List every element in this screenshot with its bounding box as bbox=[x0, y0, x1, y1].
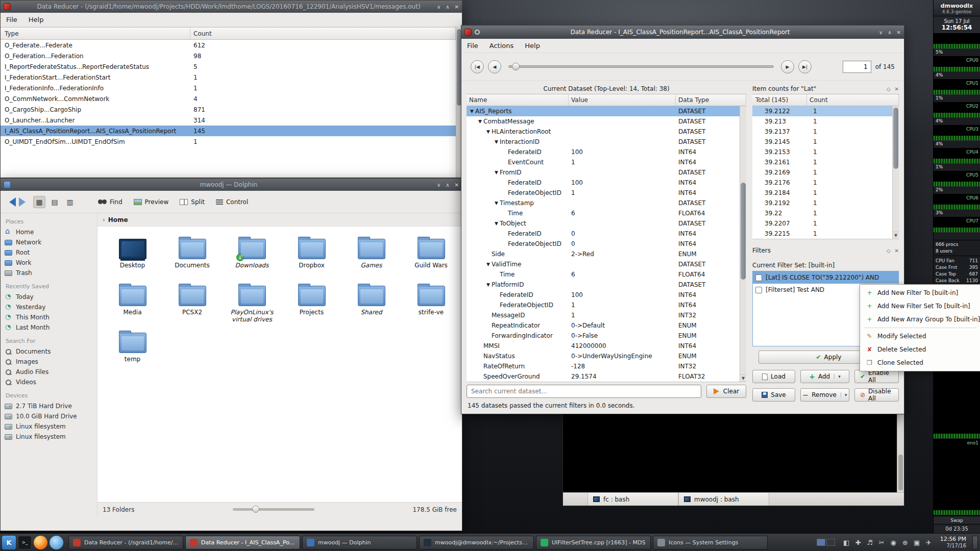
folder-item[interactable]: ↓ Shared bbox=[341, 281, 401, 328]
expand-arrow-icon[interactable]: ▼ bbox=[477, 119, 483, 124]
sidebar-item[interactable]: Linux filesystem bbox=[5, 432, 94, 442]
tree-row[interactable]: ▼ FederateObjectID 0 INT64 bbox=[467, 239, 746, 249]
folder-item[interactable]: ↓ Downloads bbox=[222, 234, 282, 281]
table-row[interactable]: O_Launcher...Launcher 314 bbox=[1, 115, 456, 126]
titlebar[interactable]: Data Reducer - (/sgraid1/home/mwoodj/Pro… bbox=[1, 1, 462, 13]
sidebar-item[interactable]: Home bbox=[5, 227, 94, 237]
tree-row[interactable]: ▼ ToObject DATASET bbox=[467, 218, 746, 229]
sidebar-item[interactable]: Images bbox=[5, 357, 94, 367]
count-row[interactable]: 39.2153 1 bbox=[752, 147, 899, 157]
filter-checkbox[interactable] bbox=[755, 274, 762, 281]
sidebar-item[interactable]: Today bbox=[5, 292, 94, 302]
load-button[interactable]: Load bbox=[752, 370, 795, 383]
filter-checkbox[interactable] bbox=[755, 287, 762, 293]
record-number-input[interactable] bbox=[843, 61, 871, 73]
launcher-icon[interactable] bbox=[50, 536, 63, 549]
taskbar-task[interactable]: mwoodj@dmwoodlx:~/Projects/H... bbox=[419, 536, 534, 549]
context-menu-item[interactable]: ✘ Delete Selected bbox=[862, 343, 979, 356]
enable-all-button[interactable]: ✔Enable All bbox=[854, 370, 899, 383]
device-notifier-icon[interactable]: ◧ bbox=[842, 539, 851, 546]
tree-row[interactable]: ▼ SpeedOverGround 29.1574 FLOAT32 bbox=[467, 371, 746, 382]
launcher-icon[interactable]: >_ bbox=[18, 536, 32, 549]
sidebar-item[interactable]: Work bbox=[5, 258, 94, 268]
float-panel-icon[interactable]: ◇ bbox=[887, 86, 891, 92]
zoom-slider-knob[interactable] bbox=[252, 506, 259, 513]
sidebar-item[interactable]: Linux filesystem bbox=[5, 421, 94, 432]
folder-item[interactable]: ↓ strife-ve bbox=[401, 281, 461, 328]
folder-item[interactable]: ↓ Guild Wars bbox=[401, 234, 461, 281]
count-row[interactable]: 39.2169 1 bbox=[752, 167, 899, 178]
record-slider[interactable] bbox=[508, 65, 774, 68]
details-view-button[interactable]: ▥ bbox=[64, 196, 76, 208]
updates-icon[interactable]: ✚ bbox=[854, 539, 863, 546]
tree-row[interactable]: ▼ MessageID 1 INT32 bbox=[467, 310, 746, 320]
taskbar-task[interactable]: Data Reducer - (/sgraid1/home/m... bbox=[68, 536, 183, 549]
table-row[interactable]: I_FederationInfo...FederationInfo 1 bbox=[1, 83, 456, 93]
maximize-button[interactable] bbox=[888, 30, 891, 35]
titlebar[interactable]: mwoodj — Dolphin bbox=[1, 179, 462, 191]
disable-all-button[interactable]: ⊘Disable All bbox=[854, 388, 899, 402]
expand-arrow-icon[interactable]: ▼ bbox=[469, 109, 475, 114]
count-row[interactable]: 39.2176 1 bbox=[752, 178, 899, 188]
count-row[interactable]: 39.2184 1 bbox=[752, 188, 899, 198]
tree-row[interactable]: ▼ ForwardingIndicator 0->False ENUM bbox=[467, 331, 746, 341]
taskbar-task[interactable]: Data Reducer - I_AIS_ClassA_Po... bbox=[185, 536, 300, 549]
menu-item[interactable]: Actions bbox=[484, 42, 520, 49]
tree-row[interactable]: ▼ FromID DATASET bbox=[467, 167, 746, 178]
sidebar-item[interactable]: Audio Files bbox=[5, 367, 94, 377]
desktop-1[interactable] bbox=[817, 539, 825, 546]
forward-icon[interactable] bbox=[19, 197, 30, 207]
filter-item[interactable]: [Lat] IS CLOSE TO("39.212200") AND bbox=[753, 271, 898, 284]
back-icon[interactable] bbox=[5, 197, 16, 207]
count-row[interactable]: 39.2122 1 bbox=[752, 106, 899, 116]
taskbar-clock[interactable]: 12:56 PM 7/17/16 bbox=[940, 536, 966, 548]
context-menu-item[interactable]: + Add New Filter To [built-in] bbox=[862, 286, 979, 299]
bluetooth-icon[interactable]: ⊕ bbox=[901, 539, 910, 546]
tree-row[interactable]: ▼ MMSI 412000000 INT64 bbox=[467, 341, 746, 351]
sidebar-item[interactable]: Last Month bbox=[5, 322, 94, 333]
scrollbar-thumb[interactable] bbox=[893, 108, 898, 169]
count-row[interactable]: 39.2215 1 bbox=[752, 229, 899, 239]
table-row[interactable]: O_CommNetwork...CommNetwork 4 bbox=[1, 93, 456, 104]
record-slider-knob[interactable] bbox=[512, 63, 520, 70]
show-desktop-button[interactable] bbox=[972, 536, 978, 549]
first-record-button[interactable]: |◀ bbox=[471, 60, 484, 73]
table-row[interactable]: I_ReportFederateStatus...ReportFederateS… bbox=[1, 61, 456, 72]
folder-item[interactable]: ↓ Games bbox=[341, 234, 401, 281]
close-panel-icon[interactable]: ✕ bbox=[895, 86, 899, 92]
float-panel-icon[interactable]: ◇ bbox=[887, 248, 891, 254]
tree-scrollbar[interactable]: ▼ bbox=[740, 106, 746, 382]
volume-icon[interactable]: ♬ bbox=[866, 539, 874, 546]
folder-item[interactable]: ↓ temp bbox=[103, 328, 162, 374]
table-row[interactable]: O_CargoShip...CargoShip 871 bbox=[1, 104, 456, 115]
counts-scrollbar[interactable]: ▼ bbox=[892, 106, 899, 239]
split-button[interactable]: Split bbox=[175, 196, 209, 208]
maximize-button[interactable] bbox=[446, 182, 449, 188]
breadcrumb[interactable]: › Home bbox=[97, 213, 462, 227]
folder-item[interactable]: ↓ PCSX2 bbox=[162, 281, 222, 328]
expand-arrow-icon[interactable]: ▼ bbox=[493, 221, 500, 226]
menu-item[interactable]: Help bbox=[519, 42, 546, 49]
tree-row[interactable]: ▼ FederateID 100 INT64 bbox=[467, 290, 746, 300]
tree-row[interactable]: ▼ FederateObjectID 1 INT64 bbox=[467, 188, 746, 198]
count-row[interactable]: 39.2161 1 bbox=[752, 157, 899, 167]
folder-item[interactable]: ↓ Documents bbox=[162, 234, 222, 281]
tree-row[interactable]: ▼ Time 6 FLOAT64 bbox=[467, 269, 746, 280]
sidebar-item[interactable]: Network bbox=[5, 237, 94, 247]
scrollbar-thumb[interactable] bbox=[741, 183, 746, 280]
tree-row[interactable]: ▼ Timestamp DATASET bbox=[467, 198, 746, 208]
sidebar-item[interactable]: 2.7 TiB Hard Drive bbox=[5, 401, 94, 411]
titlebar[interactable]: Data Reducer - I_AIS_ClassA_PositionRepo… bbox=[461, 26, 904, 39]
table-row[interactable]: O_Federate...Federate 612 bbox=[1, 40, 456, 51]
control-button[interactable]: Control bbox=[211, 196, 253, 208]
expand-arrow-icon[interactable]: ▼ bbox=[485, 129, 492, 134]
count-row[interactable]: 39.2145 1 bbox=[752, 137, 899, 147]
pin-icon[interactable] bbox=[475, 30, 480, 35]
tree-row[interactable]: ▼ FederateID 0 INT64 bbox=[467, 229, 746, 239]
tree-row[interactable]: ▼ PlatformID DATASET bbox=[467, 280, 746, 290]
context-menu-item[interactable]: ❐ Clone Selected bbox=[862, 356, 979, 369]
menu-item[interactable]: File bbox=[1, 16, 23, 23]
network-icon[interactable]: ◉ bbox=[889, 539, 898, 546]
expand-arrow-icon[interactable]: ▼ bbox=[493, 139, 500, 144]
tree-row[interactable]: ▼ AIS_Reports DATASET bbox=[467, 106, 746, 116]
